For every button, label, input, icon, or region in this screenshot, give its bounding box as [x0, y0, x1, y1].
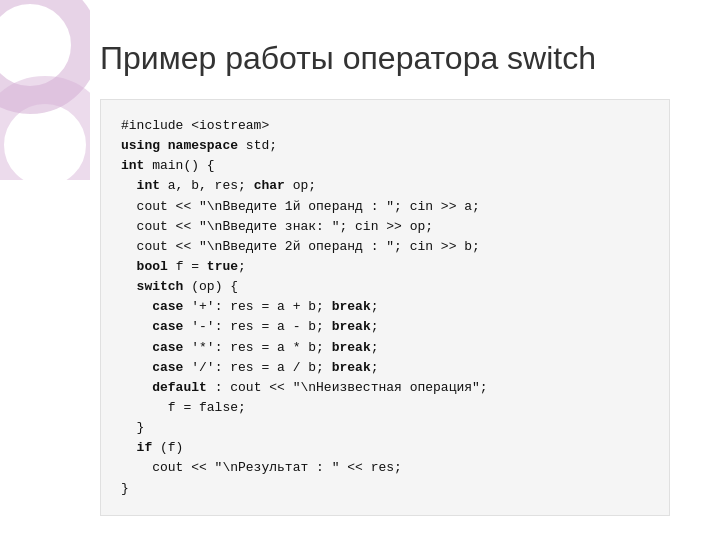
code-line-7: cout << "\nВведите 2й операнд : "; cin >…	[121, 239, 480, 254]
code-line-19: }	[121, 481, 129, 496]
code-line-6: cout << "\nВведите знак: "; cin >> op;	[121, 219, 433, 234]
code-line-16: }	[121, 420, 144, 435]
code-block: #include <iostream> using namespace std;…	[100, 99, 670, 516]
code-line-8: bool f = true;	[121, 259, 246, 274]
code-line-15: f = false;	[121, 400, 246, 415]
code-line-1: #include <iostream>	[121, 118, 269, 133]
code-line-4: int a, b, res; char op;	[121, 178, 316, 193]
code-line-10: case '+': res = a + b; break;	[121, 299, 379, 314]
slide-title: Пример работы оператора switch	[100, 40, 670, 77]
code-line-13: case '/': res = a / b; break;	[121, 360, 379, 375]
code-line-3: int main() {	[121, 158, 215, 173]
page-content: Пример работы оператора switch #include …	[0, 0, 720, 540]
code-line-12: case '*': res = a * b; break;	[121, 340, 379, 355]
code-line-14: default : cout << "\nНеизвестная операци…	[121, 380, 488, 395]
code-line-9: switch (op) {	[121, 279, 238, 294]
code-line-11: case '-': res = a - b; break;	[121, 319, 379, 334]
code-line-17: if (f)	[121, 440, 183, 455]
code-line-2: using namespace std;	[121, 138, 277, 153]
code-line-5: cout << "\nВведите 1й операнд : "; cin >…	[121, 199, 480, 214]
code-line-18: cout << "\nРезультат : " << res;	[121, 460, 402, 475]
